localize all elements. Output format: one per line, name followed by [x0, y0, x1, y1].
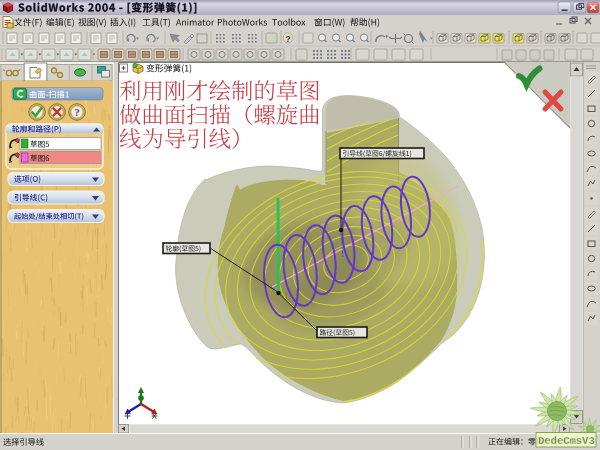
svg-text:?: ?	[285, 34, 291, 44]
svg-text:DedeCmsV3: DedeCmsV3	[538, 435, 595, 447]
svg-text:?: ?	[74, 106, 80, 118]
